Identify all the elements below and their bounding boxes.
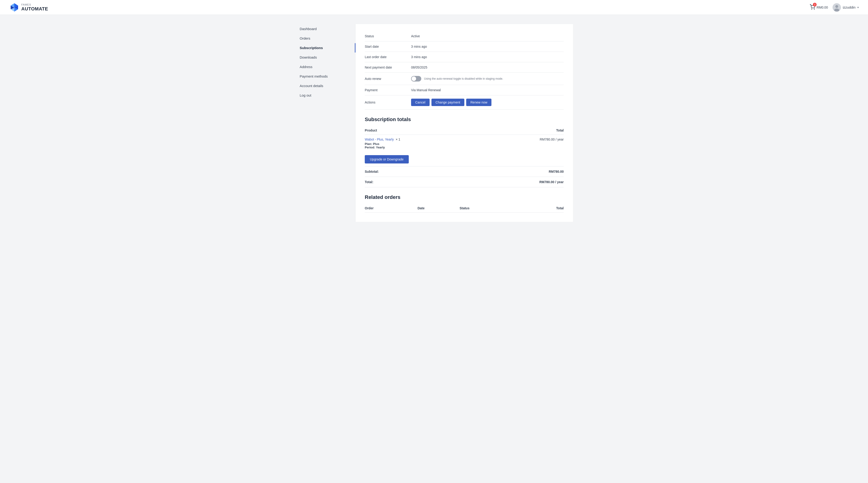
sidebar-item-dashboard[interactable]: Dashboard [295, 24, 355, 34]
last-order-row: Last order date 3 mins ago [365, 52, 564, 62]
product-qty: × 1 [396, 137, 400, 141]
status-value: Active [411, 31, 564, 41]
product-name-wrap: Wabot - Plus, Yearly × 1 [365, 137, 493, 141]
col-total: Total [493, 126, 564, 135]
logo-text: FAMES AUTOMATE [21, 3, 48, 11]
cart-amount: RM0.00 [816, 5, 828, 9]
cancel-button[interactable]: Cancel [411, 99, 430, 106]
sidebar-item-log-out[interactable]: Log out [295, 91, 355, 100]
header-right: 0 RM0.00 izzuddin ▾ [810, 3, 859, 11]
subscription-totals-title: Subscription totals [365, 117, 564, 123]
site-header: FAMES AUTOMATE 0 RM0.00 [0, 0, 868, 15]
col-product: Product [365, 126, 493, 135]
subscription-info-table: Status Active Start date 3 mins ago Last… [365, 31, 564, 109]
auto-renew-toggle[interactable] [411, 76, 421, 82]
sidebar-nav: Dashboard Orders Subscriptions Downloads… [295, 24, 355, 100]
status-label: Status [365, 31, 411, 41]
col-order: Order [365, 204, 417, 213]
chevron-down-icon: ▾ [857, 6, 859, 9]
sidebar: Dashboard Orders Subscriptions Downloads… [295, 24, 355, 222]
sidebar-item-orders[interactable]: Orders [295, 34, 355, 43]
last-order-label: Last order date [365, 52, 411, 62]
subtotal-row: Subtotal: RM780.00 [365, 166, 564, 177]
auto-renew-toggle-wrap: Using the auto-renewal toggle is disable… [411, 76, 564, 82]
auto-renew-row: Auto renew Using the auto-renewal toggle… [365, 73, 564, 85]
payment-row: Payment Via Manual Renewal [365, 85, 564, 95]
upgrade-downgrade-button[interactable]: Upgrade or Downgrade [365, 155, 409, 163]
col-total: Total [519, 204, 564, 213]
product-cell: Wabot - Plus, Yearly × 1 Plan: Plus Peri… [365, 135, 493, 166]
main-layout: Dashboard Orders Subscriptions Downloads… [295, 24, 573, 222]
sidebar-item-payment-methods[interactable]: Payment methods [295, 71, 355, 81]
start-date-value: 3 mins ago [411, 41, 564, 52]
auto-renew-label: Auto renew [365, 73, 411, 85]
cart-icon-wrap: 0 [810, 4, 815, 10]
actions-label: Actions [365, 95, 411, 109]
renew-now-button[interactable]: Renew now [466, 99, 491, 106]
actions-cell: Cancel Change payment Renew now [411, 95, 564, 109]
period-label: Period: [365, 146, 375, 149]
svg-point-8 [814, 9, 814, 9]
related-orders-title: Related orders [365, 194, 564, 200]
cart-badge: 0 [813, 3, 816, 6]
col-status: Status [460, 204, 519, 213]
next-payment-row: Next payment date 08/05/2025 [365, 62, 564, 73]
auto-renew-note: Using the auto-renewal toggle is disable… [424, 77, 503, 80]
logo-automate-label: AUTOMATE [21, 6, 48, 11]
plan-label: Plan: [365, 142, 372, 146]
subtotal-value: RM780.00 [493, 166, 564, 177]
user-name: izzuddin [843, 5, 856, 9]
logo-fames-label: FAMES [21, 3, 48, 6]
product-link[interactable]: Wabot - Plus, Yearly [365, 137, 395, 141]
payment-value: Via Manual Renewal [411, 85, 564, 95]
next-payment-label: Next payment date [365, 62, 411, 73]
next-payment-value: 08/05/2025 [411, 62, 564, 73]
payment-label: Payment [365, 85, 411, 95]
total-row: Total: RM780.00 / year [365, 177, 564, 187]
total-value: RM780.00 / year [493, 177, 564, 187]
logo-icon [9, 2, 20, 12]
totals-header-row: Product Total [365, 126, 564, 135]
sidebar-item-address[interactable]: Address [295, 62, 355, 71]
avatar [833, 3, 841, 11]
product-total: RM780.00 / year [493, 135, 564, 166]
total-label: Total: [365, 177, 493, 187]
actions-row: Actions Cancel Change payment Renew now [365, 95, 564, 109]
svg-point-7 [811, 9, 812, 9]
start-date-row: Start date 3 mins ago [365, 41, 564, 52]
toggle-knob [411, 76, 416, 81]
sidebar-item-downloads[interactable]: Downloads [295, 53, 355, 62]
svg-point-10 [835, 5, 838, 8]
product-row: Wabot - Plus, Yearly × 1 Plan: Plus Peri… [365, 135, 564, 166]
product-details: Plan: Plus Period: Yearly [365, 142, 493, 149]
cart-button[interactable]: 0 RM0.00 [810, 4, 828, 10]
avatar-icon [833, 3, 841, 11]
auto-renew-cell: Using the auto-renewal toggle is disable… [411, 73, 564, 85]
plan-value: Plus [373, 142, 379, 146]
totals-table: Product Total Wabot - Plus, Yearly × 1 [365, 126, 564, 187]
logo: FAMES AUTOMATE [9, 2, 48, 12]
change-payment-button[interactable]: Change payment [431, 99, 465, 106]
action-buttons: Cancel Change payment Renew now [411, 99, 564, 106]
product-link-text: Wabot - Plus, Yearly [365, 137, 394, 141]
col-date: Date [417, 204, 460, 213]
start-date-label: Start date [365, 41, 411, 52]
period-value: Yearly [376, 146, 385, 149]
sidebar-item-subscriptions[interactable]: Subscriptions [295, 43, 355, 53]
content-area: Status Active Start date 3 mins ago Last… [355, 24, 573, 222]
subtotal-label: Subtotal: [365, 166, 493, 177]
related-header-row: Order Date Status Total [365, 204, 564, 213]
last-order-value: 3 mins ago [411, 52, 564, 62]
user-menu[interactable]: izzuddin ▾ [833, 3, 859, 11]
related-orders-table: Order Date Status Total [365, 204, 564, 213]
status-row: Status Active [365, 31, 564, 41]
sidebar-item-account-details[interactable]: Account details [295, 81, 355, 91]
